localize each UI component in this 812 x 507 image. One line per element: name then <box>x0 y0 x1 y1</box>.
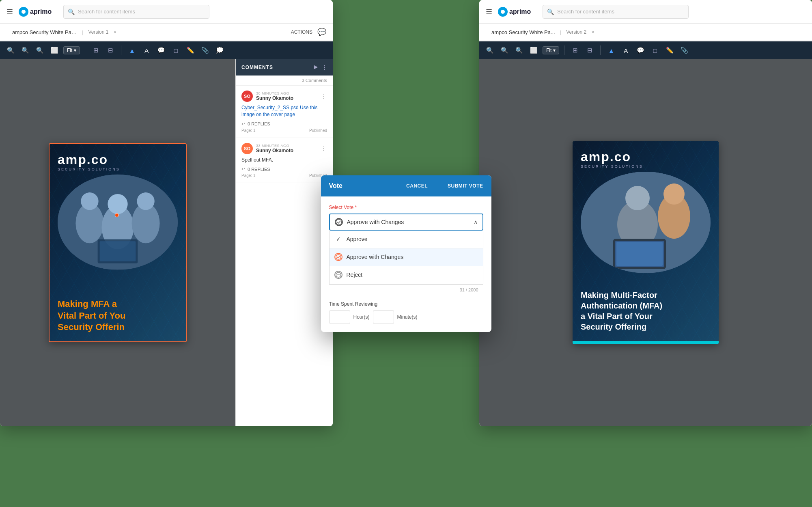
svg-point-23 <box>336 219 342 225</box>
comments-panel-left: COMMENTS ⫸ ⋮ 3 Comments SO 30 MINUTES AG… <box>235 59 333 426</box>
doc-security-left: SECURITY SOLUTIONS <box>58 167 178 171</box>
vote-submit-button[interactable]: SUBMIT VOTE <box>448 183 483 189</box>
comment-avatar-1: SO <box>241 91 253 102</box>
comment-info-1: 30 MINUTES AGO Sunny Okamoto <box>256 91 317 101</box>
tab-name-right: ampco Security White Pa... <box>491 29 555 35</box>
content-area-right: amp.co SECURITY SOLUTIONS <box>479 59 812 426</box>
tab-close-left[interactable]: × <box>112 29 118 35</box>
more-icon-left[interactable]: ⋮ <box>322 65 327 70</box>
tab-separator-left: | <box>82 29 83 35</box>
hamburger-icon-left[interactable]: ☰ <box>6 7 13 16</box>
vote-option-approve[interactable]: ✓ Approve <box>330 231 483 248</box>
vote-select-text: Approve with Changes <box>347 219 474 225</box>
zoom-out-icon-right[interactable]: 🔍 <box>513 45 525 56</box>
grid2-icon-right[interactable]: ⊟ <box>584 45 595 56</box>
zoom-in-icon-left[interactable]: 🔍 <box>19 45 31 56</box>
comment-icon-right[interactable]: 💬 <box>635 45 646 56</box>
zoom-out-icon-left[interactable]: 🔍 <box>34 45 45 56</box>
tab-right[interactable]: ampco Security White Pa... | Version 2 × <box>486 23 602 41</box>
svg-text:aprimo: aprimo <box>509 8 531 15</box>
text-icon-right[interactable]: A <box>620 45 631 56</box>
minutes-input[interactable] <box>373 310 394 324</box>
comment-icon-left[interactable]: 💬 <box>155 45 167 56</box>
actions-button-left[interactable]: ACTIONS <box>291 29 312 35</box>
attach-icon-left[interactable]: 📎 <box>199 45 211 56</box>
doc-brand-right: amp.co <box>581 149 711 164</box>
svg-rect-22 <box>616 242 663 266</box>
window-right: ☰ aprimo 🔍 Search for content items ampc… <box>479 0 812 426</box>
svg-point-24 <box>336 255 341 259</box>
vote-reject-icon <box>334 271 342 279</box>
comment-author-1: Sunny Okamoto <box>256 95 317 101</box>
grid-icon-right[interactable]: ⊞ <box>569 45 581 56</box>
tab-version-right: Version 2 <box>566 29 586 35</box>
vote-select-box[interactable]: Approve with Changes ∧ <box>329 214 483 231</box>
fit-label-left: Fit <box>67 47 72 53</box>
vote-cancel-button[interactable]: CANCEL <box>406 183 428 189</box>
grid2-icon-left[interactable]: ⊟ <box>105 45 116 56</box>
doc-text-bottom-right: Making Multi-Factor Authentication (MFA)… <box>581 290 711 332</box>
frame-icon-right[interactable]: ⬜ <box>528 45 539 56</box>
text-icon-left[interactable]: A <box>141 45 152 56</box>
zoom-fit-icon-right[interactable]: 🔍 <box>484 45 495 56</box>
doc-brand-left: amp.co <box>58 152 178 167</box>
edit-icon-right[interactable]: ✏️ <box>664 45 675 56</box>
tab-left[interactable]: ampco Security White Paper | Version 1 × <box>6 23 124 41</box>
rect-icon-right[interactable]: □ <box>649 45 661 56</box>
arrow-icon-right[interactable]: ▲ <box>605 45 617 56</box>
zoom-fit-icon-left[interactable]: 🔍 <box>5 45 16 56</box>
header-bar-right: ☰ aprimo 🔍 Search for content items <box>479 0 812 24</box>
search-placeholder-left: Search for content items <box>78 9 135 15</box>
hours-unit: Hour(s) <box>353 314 370 320</box>
doc-photo-circle-left <box>58 175 178 270</box>
doc-headline-right: Making Multi-Factor Authentication (MFA)… <box>581 290 711 332</box>
grid-icon-left[interactable]: ⊞ <box>90 45 101 56</box>
fit-dropdown-left[interactable]: Fit ▾ <box>63 46 80 54</box>
comment-time-1: 30 MINUTES AGO <box>256 91 317 95</box>
comment-more-2[interactable]: ⋮ <box>321 145 327 152</box>
search-icon-right: 🔍 <box>547 9 554 15</box>
toolbar-right: 🔍 🔍 🔍 ⬜ Fit ▾ ⊞ ⊟ ▲ A 💬 □ ✏️ 📎 <box>479 41 812 59</box>
doc-text-bottom-left: Making MFA a Vital Part of You Security … <box>58 298 178 333</box>
doc-card-right: amp.co SECURITY SOLUTIONS <box>573 141 719 344</box>
hours-input[interactable] <box>329 310 350 324</box>
svg-point-7 <box>108 194 127 214</box>
search-placeholder-right: Search for content items <box>557 9 614 15</box>
vote-modal-header: Vote CANCEL SUBMIT VOTE <box>321 175 491 196</box>
hamburger-icon-right[interactable]: ☰ <box>486 7 492 16</box>
required-marker: * <box>355 205 357 210</box>
fit-dropdown-right[interactable]: Fit ▾ <box>543 46 559 54</box>
tab-close-right[interactable]: × <box>590 29 596 35</box>
bubble-icon-left[interactable]: 💭 <box>214 45 225 56</box>
toolbar-sep1-right <box>564 45 564 55</box>
comment-more-1[interactable]: ⋮ <box>321 93 327 100</box>
search-icon-left: 🔍 <box>68 9 75 15</box>
chat-icon-left[interactable]: 💬 <box>317 28 326 37</box>
vote-option-reject[interactable]: Reject <box>330 266 483 284</box>
arrow-icon-left[interactable]: ▲ <box>126 45 138 56</box>
svg-point-13 <box>501 10 505 14</box>
vote-option-approve-changes[interactable]: Approve with Changes <box>330 248 483 266</box>
comments-header-left: COMMENTS ⫸ ⋮ <box>236 59 333 76</box>
zoom-in-icon-right[interactable]: 🔍 <box>499 45 510 56</box>
frame-icon-left[interactable]: ⬜ <box>49 45 60 56</box>
tab-bar-right: ampco Security White Pa... | Version 2 × <box>479 24 812 41</box>
toolbar-sep2-left <box>121 45 121 55</box>
vote-approve-icon: ✓ <box>334 235 342 243</box>
vote-approve-label: Approve <box>347 236 368 242</box>
search-bar-right[interactable]: 🔍 Search for content items <box>543 5 689 19</box>
filter-icon-left[interactable]: ⫸ <box>313 65 319 70</box>
comment-footer-1: Page: 1 Published <box>241 128 327 133</box>
doc-people-svg-right <box>581 172 711 273</box>
search-bar-left[interactable]: 🔍 Search for content items <box>63 5 209 19</box>
vote-reject-label: Reject <box>347 272 363 278</box>
edit-icon-left[interactable]: ✏️ <box>185 45 196 56</box>
aprimo-logo-svg-left: aprimo <box>18 6 58 17</box>
aprimo-logo-right: aprimo <box>497 6 538 17</box>
attach-icon-right[interactable]: 📎 <box>678 45 690 56</box>
fit-chevron-right: ▾ <box>553 47 556 53</box>
vote-modal-body: Select Vote * Approve with Changes ∧ ✓ A… <box>321 196 491 295</box>
rect-icon-left[interactable]: □ <box>170 45 181 56</box>
time-label: Time Spent Reviewing <box>329 301 483 307</box>
doc-people-svg-left <box>58 175 178 270</box>
